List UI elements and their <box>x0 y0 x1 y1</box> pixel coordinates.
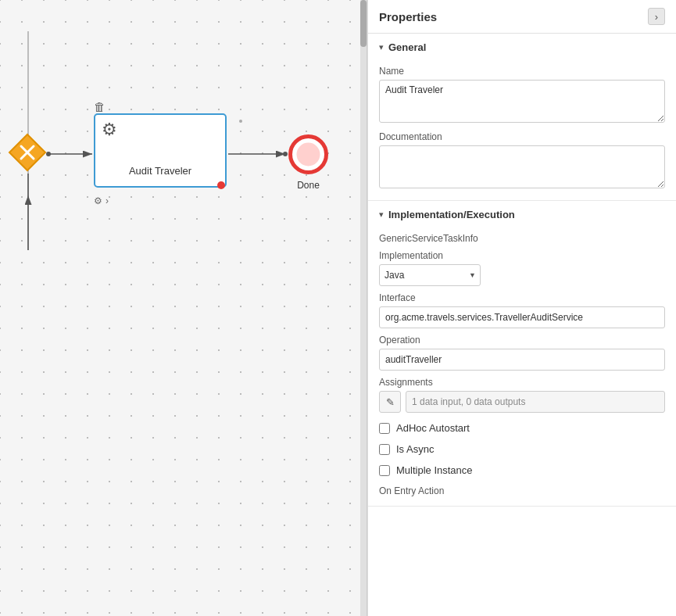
canvas: 🗑 ⚙ Audit Traveler ⚙ › Done <box>0 0 367 616</box>
task-box[interactable]: ⚙ Audit Traveler <box>94 113 227 188</box>
general-toggle: ▾ <box>379 42 384 52</box>
task-config-gear: ⚙ <box>94 195 102 206</box>
interface-input[interactable] <box>379 306 665 328</box>
svg-point-8 <box>239 120 242 123</box>
documentation-field-label: Documentation <box>379 131 665 142</box>
implementation-select[interactable]: Java WebService Other <box>379 264 481 286</box>
edit-assignments-button[interactable]: ✎ <box>379 391 401 413</box>
edit-icon: ✎ <box>386 396 395 408</box>
documentation-input[interactable] <box>379 145 665 188</box>
properties-header: Properties › <box>368 0 676 34</box>
implementation-section-content: GenericServiceTaskInfo Implementation Ja… <box>368 233 676 476</box>
task-red-dot <box>217 181 225 189</box>
multiple-instance-label: Multiple Instance <box>396 464 473 476</box>
properties-title: Properties <box>379 10 437 23</box>
multiple-instance-checkbox[interactable] <box>379 465 390 476</box>
implementation-field-label: Implementation <box>379 250 665 261</box>
task-box-label: Audit Traveler <box>95 165 225 177</box>
operation-input[interactable] <box>379 349 665 371</box>
adhoc-row: AdHoc Autostart <box>379 422 665 434</box>
assignments-value: 1 data input, 0 data outputs <box>406 391 665 413</box>
task-gear-icon: ⚙ <box>102 121 117 138</box>
adhoc-label: AdHoc Autostart <box>396 422 470 434</box>
svg-point-15 <box>297 143 320 167</box>
operation-field-label: Operation <box>379 335 665 346</box>
end-event[interactable] <box>287 133 330 176</box>
implementation-section-title: Implementation/Execution <box>388 209 515 220</box>
implementation-select-wrapper[interactable]: Java WebService Other <box>379 264 481 286</box>
assignments-field-label: Assignments <box>379 377 665 388</box>
task-box-header: ⚙ <box>102 121 117 138</box>
assignments-row: ✎ 1 data input, 0 data outputs <box>379 391 665 413</box>
trash-icon[interactable]: 🗑 <box>94 100 106 113</box>
on-entry-label: On Entry Action <box>368 485 676 496</box>
canvas-scrollbar-thumb[interactable] <box>360 0 367 47</box>
interface-field-label: Interface <box>379 292 665 303</box>
end-event-label: Done <box>287 180 330 191</box>
task-config-arrow: › <box>106 195 109 206</box>
general-section-title: General <box>388 41 426 53</box>
task-config-icons[interactable]: ⚙ › <box>94 195 109 206</box>
general-section-content: Name Documentation <box>368 66 676 191</box>
start-gateway[interactable] <box>8 133 47 172</box>
flow-arrows <box>0 0 367 616</box>
collapse-icon: › <box>655 11 658 23</box>
async-label: Is Async <box>396 443 434 455</box>
name-field-label: Name <box>379 66 665 77</box>
generic-service-label: GenericServiceTaskInfo <box>379 233 665 244</box>
implementation-section-header[interactable]: ▾ Implementation/Execution <box>368 201 676 227</box>
general-section: ▾ General Name Documentation <box>368 34 676 201</box>
general-section-header[interactable]: ▾ General <box>368 34 676 59</box>
implementation-toggle: ▾ <box>379 210 384 220</box>
name-input[interactable] <box>379 80 665 123</box>
async-row: Is Async <box>379 443 665 455</box>
implementation-section: ▾ Implementation/Execution GenericServic… <box>368 201 676 507</box>
properties-panel: Properties › ▾ General Name Documentatio… <box>367 0 676 616</box>
async-checkbox[interactable] <box>379 444 390 455</box>
canvas-scrollbar[interactable] <box>360 0 367 616</box>
adhoc-checkbox[interactable] <box>379 423 390 434</box>
collapse-button[interactable]: › <box>648 8 665 25</box>
multiple-instance-row: Multiple Instance <box>379 464 665 476</box>
